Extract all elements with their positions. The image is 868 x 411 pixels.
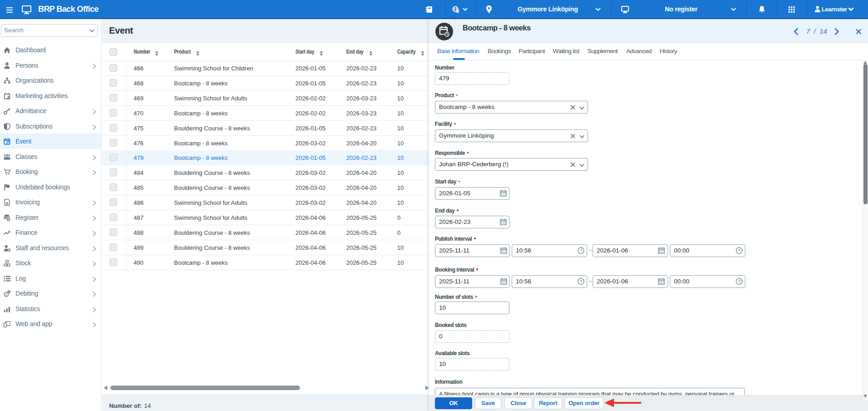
svg-text:2: 2 bbox=[5, 293, 7, 296]
